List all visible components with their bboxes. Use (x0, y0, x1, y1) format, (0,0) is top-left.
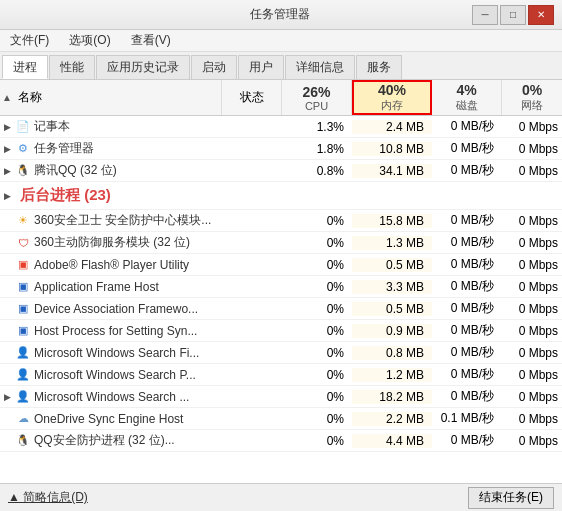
process-net: 0 Mbps (502, 302, 562, 316)
tab-performance[interactable]: 性能 (49, 55, 95, 79)
table-row[interactable]: ▶ 🐧 腾讯QQ (32 位) 0.8% 34.1 MB 0 MB/秒 0 Mb… (0, 160, 562, 182)
expand-icon[interactable]: ▶ (0, 392, 14, 402)
process-cpu: 0% (282, 346, 352, 360)
process-mem: 1.3 MB (352, 236, 432, 250)
tab-app-history[interactable]: 应用历史记录 (96, 55, 190, 79)
main-content: ▲ 名称 状态 26% CPU 40% 内存 4% 磁盘 0% 网络 ▶ 📄 记… (0, 80, 562, 483)
window-title: 任务管理器 (88, 6, 472, 23)
process-disk: 0 MB/秒 (432, 234, 502, 251)
menu-options[interactable]: 选项(O) (63, 30, 116, 51)
process-cpu: 0% (282, 412, 352, 426)
process-disk: 0 MB/秒 (432, 140, 502, 157)
process-cpu: 0% (282, 258, 352, 272)
process-icon: 🐧 (14, 432, 32, 450)
process-cpu: 0% (282, 390, 352, 404)
tab-users[interactable]: 用户 (238, 55, 284, 79)
process-name: Device Association Framewo... (32, 302, 222, 316)
tab-details[interactable]: 详细信息 (285, 55, 355, 79)
process-mem: 15.8 MB (352, 214, 432, 228)
tab-services[interactable]: 服务 (356, 55, 402, 79)
process-name: 腾讯QQ (32 位) (32, 162, 222, 179)
table-row[interactable]: ☁ OneDrive Sync Engine Host 0% 2.2 MB 0.… (0, 408, 562, 430)
process-mem: 18.2 MB (352, 390, 432, 404)
end-task-button[interactable]: 结束任务(E) (468, 487, 554, 509)
process-mem: 34.1 MB (352, 164, 432, 178)
process-icon: 👤 (14, 366, 32, 384)
expand-icon[interactable]: ▶ (0, 166, 14, 176)
tab-processes[interactable]: 进程 (2, 55, 48, 79)
menu-view[interactable]: 查看(V) (125, 30, 177, 51)
table-row[interactable]: 🛡 360主动防御服务模块 (32 位) 0% 1.3 MB 0 MB/秒 0 … (0, 232, 562, 254)
maximize-button[interactable]: □ (500, 5, 526, 25)
process-name: Microsoft Windows Search P... (32, 368, 222, 382)
background-section-title: 后台进程 (23) (14, 186, 562, 205)
process-net: 0 Mbps (502, 434, 562, 448)
col-header-mem[interactable]: 40% 内存 (352, 80, 432, 115)
process-icon: ▣ (14, 322, 32, 340)
process-cpu: 0.8% (282, 164, 352, 178)
table-row[interactable]: ▶ 📄 记事本 1.3% 2.4 MB 0 MB/秒 0 Mbps (0, 116, 562, 138)
process-icon: ▣ (14, 278, 32, 296)
process-cpu: 0% (282, 368, 352, 382)
process-mem: 1.2 MB (352, 368, 432, 382)
minimize-button[interactable]: ─ (472, 5, 498, 25)
col-header-net[interactable]: 0% 网络 (502, 80, 562, 115)
process-mem: 0.9 MB (352, 324, 432, 338)
expand-icon[interactable]: ▶ (0, 122, 14, 132)
process-icon: ⚙ (14, 140, 32, 158)
col-header-status[interactable]: 状态 (222, 80, 282, 115)
col-header-cpu[interactable]: 26% CPU (282, 80, 352, 115)
process-name: Application Frame Host (32, 280, 222, 294)
table-row[interactable]: ▣ Application Frame Host 0% 3.3 MB 0 MB/… (0, 276, 562, 298)
simple-view-link[interactable]: ▲ 简略信息(D) (8, 489, 88, 506)
table-row[interactable]: ▶ ⚙ 任务管理器 1.8% 10.8 MB 0 MB/秒 0 Mbps (0, 138, 562, 160)
process-disk: 0 MB/秒 (432, 388, 502, 405)
menu-file[interactable]: 文件(F) (4, 30, 55, 51)
process-net: 0 Mbps (502, 346, 562, 360)
table-row[interactable]: ▣ Adobe® Flash® Player Utility 0% 0.5 MB… (0, 254, 562, 276)
section-expand-icon[interactable]: ▶ (0, 191, 14, 201)
process-name: 360主动防御服务模块 (32 位) (32, 234, 222, 251)
process-icon: 👤 (14, 388, 32, 406)
process-mem: 10.8 MB (352, 142, 432, 156)
table-row[interactable]: ☀ 360安全卫士 安全防护中心模块... 0% 15.8 MB 0 MB/秒 … (0, 210, 562, 232)
process-mem: 2.2 MB (352, 412, 432, 426)
process-icon: 🛡 (14, 234, 32, 252)
table-row[interactable]: ▶ 👤 Microsoft Windows Search ... 0% 18.2… (0, 386, 562, 408)
table-row[interactable]: ▣ Device Association Framewo... 0% 0.5 M… (0, 298, 562, 320)
process-name: 360安全卫士 安全防护中心模块... (32, 212, 222, 229)
process-disk: 0 MB/秒 (432, 118, 502, 135)
process-icon: 👤 (14, 344, 32, 362)
process-cpu: 0% (282, 302, 352, 316)
col-header-disk[interactable]: 4% 磁盘 (432, 80, 502, 115)
close-button[interactable]: ✕ (528, 5, 554, 25)
process-disk: 0 MB/秒 (432, 300, 502, 317)
process-net: 0 Mbps (502, 258, 562, 272)
table-row[interactable]: 👤 Microsoft Windows Search P... 0% 1.2 M… (0, 364, 562, 386)
process-net: 0 Mbps (502, 120, 562, 134)
process-mem: 0.8 MB (352, 346, 432, 360)
process-name: Adobe® Flash® Player Utility (32, 258, 222, 272)
process-disk: 0 MB/秒 (432, 322, 502, 339)
bottom-bar: ▲ 简略信息(D) 结束任务(E) (0, 483, 562, 511)
process-icon: ▣ (14, 300, 32, 318)
table-row[interactable]: 👤 Microsoft Windows Search Fi... 0% 0.8 … (0, 342, 562, 364)
col-header-name[interactable]: 名称 (14, 80, 222, 115)
table-row[interactable]: 🐧 QQ安全防护进程 (32 位)... 0% 4.4 MB 0 MB/秒 0 … (0, 430, 562, 452)
process-name: 任务管理器 (32, 140, 222, 157)
menu-bar: 文件(F) 选项(O) 查看(V) (0, 30, 562, 52)
expand-icon[interactable]: ▶ (0, 144, 14, 154)
tab-startup[interactable]: 启动 (191, 55, 237, 79)
process-net: 0 Mbps (502, 368, 562, 382)
process-cpu: 0% (282, 236, 352, 250)
column-headers: ▲ 名称 状态 26% CPU 40% 内存 4% 磁盘 0% 网络 (0, 80, 562, 116)
process-icon: ☁ (14, 410, 32, 428)
table-row[interactable]: ▣ Host Process for Setting Syn... 0% 0.9… (0, 320, 562, 342)
process-mem: 0.5 MB (352, 302, 432, 316)
process-mem: 3.3 MB (352, 280, 432, 294)
process-cpu: 0% (282, 214, 352, 228)
process-net: 0 Mbps (502, 164, 562, 178)
process-net: 0 Mbps (502, 142, 562, 156)
process-name: 记事本 (32, 118, 222, 135)
process-icon: 📄 (14, 118, 32, 136)
